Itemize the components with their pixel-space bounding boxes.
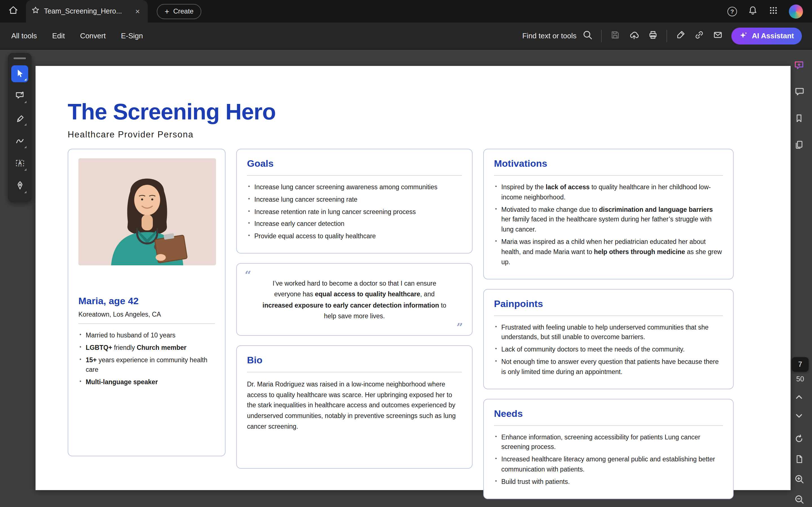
list-item: 15+ years experience in community health…	[79, 355, 215, 375]
pdf-page: The Screening Hero Healthcare Provider P…	[36, 66, 791, 490]
divider	[247, 372, 462, 372]
ai-assistant-panel-icon	[794, 59, 805, 72]
select-tool[interactable]	[11, 65, 28, 82]
list-item: Provide equal access to quality healthca…	[247, 232, 462, 242]
goals-heading: Goals	[247, 158, 462, 170]
persona-cards: Maria, age 42 Koreatown, Los Angeles, CA…	[68, 149, 758, 499]
draw-squiggle-icon	[14, 135, 25, 148]
list-item: Increase lung cancer screening rate	[247, 195, 462, 205]
quote-card: “ I’ve worked hard to become a doctor so…	[236, 263, 472, 336]
list-item: Frustrated with feeling unable to help u…	[494, 323, 723, 342]
list-item: Married to husband of 10 years	[79, 331, 215, 341]
painpoints-heading: Painpoints	[494, 298, 723, 309]
previous-page-button[interactable]	[792, 390, 806, 405]
rotate-page-button[interactable]	[792, 432, 806, 447]
home-button[interactable]	[0, 0, 26, 22]
persona-card: Maria, age 42 Koreatown, Los Angeles, CA…	[68, 149, 225, 456]
page-subtitle: Healthcare Provider Persona	[68, 129, 758, 140]
needs-heading: Needs	[494, 408, 723, 419]
document-tab[interactable]: Team_Screening_Hero... ×	[26, 0, 148, 22]
account-avatar[interactable]	[789, 4, 803, 18]
apps-grid-button[interactable]	[769, 6, 778, 17]
palette-drag-handle[interactable]	[13, 57, 26, 59]
draw-tool[interactable]	[11, 133, 28, 150]
bell-icon	[748, 5, 758, 17]
rail-pages-button[interactable]	[792, 138, 806, 153]
email-button[interactable]	[713, 30, 723, 42]
persona-facts-list: Married to husband of 10 yearsLGBTQ+ fri…	[79, 331, 215, 388]
list-item: Not enough time to answer every question…	[494, 357, 723, 377]
fill-sign-tool[interactable]	[11, 178, 28, 195]
highlighter-icon	[14, 113, 25, 125]
menu-esign[interactable]: E-Sign	[121, 32, 143, 40]
tool-palette: A	[8, 53, 32, 202]
current-page-indicator[interactable]: 7	[792, 357, 809, 372]
apps-grid-icon	[769, 6, 778, 17]
menu-all-tools[interactable]: All tools	[11, 32, 37, 40]
persona-photo	[79, 158, 216, 265]
divider	[79, 323, 215, 324]
notifications-button[interactable]	[748, 5, 758, 17]
search-label: Find text or tools	[522, 32, 576, 40]
goals-list: Increase lung cancer screening awareness…	[247, 182, 462, 242]
cursor-arrow-icon	[15, 68, 25, 80]
cloud-upload-button[interactable]	[629, 30, 640, 42]
right-rail	[786, 50, 812, 153]
save-button[interactable]	[610, 30, 620, 42]
request-signature-button[interactable]	[676, 30, 686, 42]
toolbar-actions: Find text or tools	[522, 27, 802, 44]
share-link-button[interactable]	[695, 30, 705, 42]
next-page-button[interactable]	[792, 409, 806, 424]
plus-icon: +	[165, 7, 169, 15]
save-icon	[610, 30, 620, 42]
tab-bar: Team_Screening_Hero... × + Create ?	[0, 0, 812, 22]
find-tools-button[interactable]: Find text or tools	[522, 30, 593, 42]
tab-bar-actions: ?	[727, 4, 812, 18]
zoom-out-button[interactable]	[792, 493, 806, 507]
list-item: Increased healthcare literacy among gene…	[494, 455, 723, 474]
help-button[interactable]: ?	[727, 6, 737, 16]
needs-list: Enhance information, screening accessibi…	[494, 432, 723, 487]
total-pages-label: 50	[792, 375, 809, 383]
avatar	[789, 4, 803, 18]
create-button[interactable]: + Create	[157, 4, 201, 19]
list-item: Enhance information, screening accessibi…	[494, 432, 723, 452]
persona-name: Maria, age 42	[79, 296, 215, 307]
motivations-card: Motivations Inspired by the lack of acce…	[483, 149, 733, 279]
persona-location: Koreatown, Los Angeles, CA	[79, 311, 215, 318]
list-item: Increase lung cancer screening awareness…	[247, 182, 462, 193]
print-button[interactable]	[648, 30, 658, 42]
comment-tool[interactable]	[11, 88, 28, 105]
page-view-button[interactable]	[792, 452, 806, 467]
close-tab-icon[interactable]: ×	[133, 6, 142, 16]
zoom-out-icon	[794, 494, 804, 506]
star-icon[interactable]	[32, 6, 40, 16]
menu-edit[interactable]: Edit	[52, 32, 65, 40]
ai-assistant-button[interactable]: AI Assistant	[732, 27, 802, 44]
divider	[494, 175, 723, 176]
help-icon: ?	[727, 6, 737, 16]
divider	[247, 175, 462, 176]
ai-assistant-icon	[740, 31, 748, 41]
needs-card: Needs Enhance information, screening acc…	[483, 399, 733, 499]
rail-bookmarks-button[interactable]	[792, 112, 806, 126]
acrobat-app: Team_Screening_Hero... × + Create ?	[0, 0, 812, 507]
persona-quote: I’ve worked hard to become a doctor so t…	[261, 278, 448, 322]
divider	[494, 315, 723, 316]
rail-comments-button[interactable]	[792, 85, 806, 100]
document-page-icon	[794, 454, 804, 466]
zoom-in-button[interactable]	[792, 473, 806, 487]
add-text-tool[interactable]: A	[11, 156, 28, 172]
email-icon	[713, 30, 723, 42]
highlight-tool[interactable]	[11, 110, 28, 127]
list-item: LGBTQ+ friendly Church member	[79, 343, 215, 353]
rail-ai-assistant-button[interactable]	[792, 59, 806, 73]
bio-card: Bio Dr. Maria Rodriguez was raised in a …	[236, 345, 472, 469]
request-signature-icon	[676, 30, 686, 42]
rotate-icon	[794, 434, 804, 445]
list-item: Lack of community doctors to meet the ne…	[494, 345, 723, 355]
comments-panel-icon	[794, 86, 804, 99]
chevron-up-icon	[794, 392, 804, 404]
menu-convert[interactable]: Convert	[80, 32, 106, 40]
list-item: Increase retention rate in lung cancer s…	[247, 207, 462, 217]
